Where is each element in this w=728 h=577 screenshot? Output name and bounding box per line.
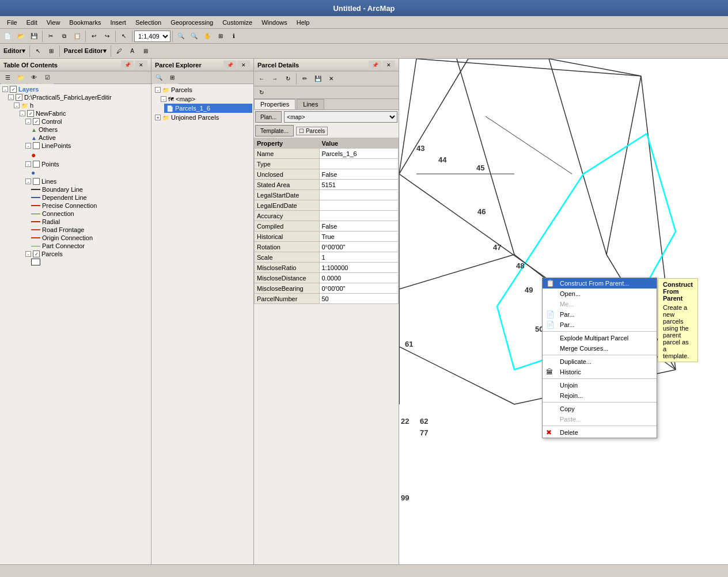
toc-road-frontage[interactable]: Road Frontage — [30, 226, 150, 234]
control-checkbox[interactable] — [33, 118, 40, 125]
map-area[interactable]: 43 44 45 46 47 48 49 50 61 22 62 77 99 📋… — [399, 59, 728, 564]
pe-pin-btn[interactable]: 📌 — [223, 60, 236, 70]
pd-plan-select[interactable]: <map> — [284, 111, 397, 123]
ctx-construct-from-parent[interactable]: 📋 Construct From Parent... — [543, 278, 657, 288]
menu-bookmarks[interactable]: Bookmarks — [65, 18, 105, 27]
expand-layers[interactable]: - — [2, 86, 8, 92]
toc-sel-btn[interactable]: ☑ — [41, 71, 54, 84]
pe-expand-parcels[interactable]: - — [155, 87, 161, 93]
toc-radial[interactable]: Radial — [30, 218, 150, 226]
pd-cancel-btn[interactable]: ✕ — [325, 73, 338, 85]
pe-map-item[interactable]: - 🗺 <map> — [158, 94, 252, 104]
ctx-unjoin[interactable]: Unjoin — [543, 380, 657, 390]
undo-btn[interactable]: ↩ — [88, 30, 100, 43]
points-checkbox[interactable] — [33, 161, 40, 168]
toc-newfabric[interactable]: - NewFabric — [18, 109, 150, 117]
save-btn[interactable]: 💾 — [28, 30, 40, 43]
pe-btn2[interactable]: ⊞ — [166, 71, 179, 84]
toc-precise-connection[interactable]: Precise Connection — [30, 202, 150, 210]
edit-tool-btn[interactable]: ↖ — [32, 45, 44, 58]
menu-insert[interactable]: Insert — [105, 18, 131, 27]
toc-connection[interactable]: Connection — [30, 210, 150, 218]
pd-back-btn[interactable]: ← — [255, 73, 268, 85]
copy-btn[interactable]: ⧉ — [58, 30, 70, 43]
expand-linepoints[interactable]: - — [25, 143, 31, 149]
toc-vis-btn[interactable]: 👁 — [28, 71, 40, 84]
pd-template-btn[interactable]: Template... — [255, 125, 294, 136]
toc-dependent-line[interactable]: Dependent Line — [30, 193, 150, 202]
toc-pin-btn[interactable]: 📌 — [121, 60, 134, 70]
toc-close-btn[interactable]: ✕ — [135, 60, 147, 70]
pe-parcels16-item[interactable]: 📄 Parcels_1_6 — [164, 104, 252, 113]
cut-btn[interactable]: ✂ — [44, 30, 57, 43]
paste-btn[interactable]: 📋 — [71, 30, 84, 43]
pe-expand-unjoined[interactable]: + — [155, 115, 161, 120]
menu-file[interactable]: File — [2, 18, 22, 27]
expand-control[interactable]: - — [25, 119, 31, 124]
menu-customize[interactable]: Customize — [218, 18, 257, 27]
menu-selection[interactable]: Selection — [131, 18, 166, 27]
menu-windows[interactable]: Windows — [257, 18, 292, 27]
ctx-part-parcel2[interactable]: 📄 Par... — [543, 320, 657, 330]
new-btn[interactable]: 📄 — [1, 30, 14, 43]
pe-btn1[interactable]: 🔍 — [153, 71, 165, 84]
pd-save-btn[interactable]: 💾 — [312, 73, 324, 85]
toc-control[interactable]: - Control — [24, 117, 150, 126]
ctx-duplicate[interactable]: Duplicate... — [543, 356, 657, 367]
pd-close-btn[interactable]: ✕ — [382, 60, 395, 70]
toc-points[interactable]: - Points — [24, 160, 150, 168]
ctx-copy[interactable]: Copy — [543, 404, 657, 414]
ctx-explode[interactable]: Explode Multipart Parcel — [543, 333, 657, 343]
expand-lines[interactable]: - — [25, 179, 31, 184]
pd-edit-btn[interactable]: ✏ — [298, 73, 311, 85]
redo-btn[interactable]: ↪ — [101, 30, 113, 43]
toc-origin-connection[interactable]: Origin Connection — [30, 234, 150, 242]
ctx-merge-courses[interactable]: Merge Courses... — [543, 343, 657, 354]
pd-plan-btn[interactable]: Plan... — [255, 111, 282, 123]
toc-boundary-line[interactable]: Boundary Line — [30, 185, 150, 193]
layers-checkbox[interactable] — [10, 86, 17, 93]
toc-linepoints[interactable]: - LinePoints — [24, 142, 150, 150]
menu-geoprocessing[interactable]: Geoprocessing — [166, 18, 218, 27]
pe-unjoined-item[interactable]: + 📁 Unjoined Parcels — [153, 113, 252, 122]
expand-points[interactable]: - — [25, 161, 31, 167]
pe-close-btn[interactable]: ✕ — [237, 60, 250, 70]
parcel-btn3[interactable]: ⊞ — [139, 45, 152, 58]
expand-parcels-layer[interactable]: - — [25, 251, 31, 257]
ctx-historic[interactable]: 🏛 Historic — [543, 367, 657, 377]
tab-properties[interactable]: Properties — [254, 99, 295, 109]
toc-h-item[interactable]: - 📁 h — [13, 101, 150, 109]
toc-list-btn[interactable]: ☰ — [1, 71, 14, 84]
menu-help[interactable]: Help — [292, 18, 314, 27]
ctx-open[interactable]: Open... — [543, 288, 657, 299]
zoom-in-btn[interactable]: 🔍 — [175, 30, 187, 43]
toc-part-connector[interactable]: Part Connector — [30, 242, 150, 250]
toc-lines[interactable]: - Lines — [24, 177, 150, 185]
pan-btn[interactable]: ✋ — [201, 30, 214, 43]
cursor-btn[interactable]: ↖ — [117, 30, 130, 43]
scale-combo[interactable]: 1:1,409 — [134, 31, 170, 42]
menu-view[interactable]: View — [42, 18, 65, 27]
edit-vertices-btn[interactable]: ⊞ — [45, 45, 58, 58]
zoom-out-btn[interactable]: 🔍 — [188, 30, 200, 43]
ctx-part-parcel1[interactable]: 📄 Par... — [543, 309, 657, 320]
pd-refresh2-btn[interactable]: ↻ — [255, 88, 268, 98]
newfabric-checkbox[interactable] — [27, 110, 34, 117]
toc-layers-root[interactable]: - Layers — [1, 85, 150, 93]
pd-refresh-btn[interactable]: ↻ — [282, 73, 294, 85]
pd-pin-btn[interactable]: 📌 — [369, 60, 381, 70]
parcel-btn1[interactable]: 🖊 — [113, 45, 126, 58]
ctx-delete[interactable]: ✖ Delete — [543, 427, 657, 438]
toc-active[interactable]: ▲ Active — [30, 134, 150, 142]
expand-h[interactable]: - — [14, 103, 20, 108]
pe-parcels-root[interactable]: - 📁 Parcels — [153, 85, 252, 94]
parcels-layer-checkbox[interactable] — [33, 250, 40, 257]
expand-drive[interactable]: - — [8, 94, 14, 100]
expand-newfabric[interactable]: - — [20, 111, 25, 116]
pe-expand-map[interactable]: - — [161, 96, 166, 102]
linepoints-checkbox[interactable] — [33, 142, 40, 149]
toc-others[interactable]: ▲ Others — [30, 126, 150, 134]
parcel-btn2[interactable]: A — [126, 45, 139, 58]
ctx-rejoin[interactable]: Rejoin... — [543, 390, 657, 401]
lines-checkbox[interactable] — [33, 178, 40, 185]
